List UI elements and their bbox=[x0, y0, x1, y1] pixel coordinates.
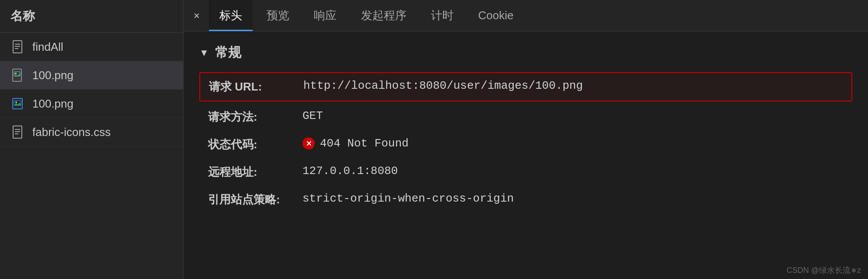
tab-initiator[interactable]: 发起程序 bbox=[351, 0, 417, 31]
sidebar-item-100png-1[interactable]: 100.png bbox=[0, 61, 183, 90]
watermark: CSDN @绿水长流∗z bbox=[787, 265, 861, 276]
remote-address-row: 远程地址: 127.0.0.1:8080 bbox=[199, 158, 852, 186]
section-title: 常规 bbox=[215, 44, 241, 62]
request-url-value: http://localhost:8080/user/images/100.pn… bbox=[303, 79, 583, 92]
status-row: 404 Not Found bbox=[302, 137, 409, 150]
svg-point-6 bbox=[15, 73, 17, 74]
status-code-label: 状态代码: bbox=[208, 137, 295, 152]
svg-rect-10 bbox=[13, 126, 22, 138]
tab-headers[interactable]: 标头 bbox=[209, 0, 253, 31]
sidebar: 名称 findAll bbox=[0, 0, 184, 279]
sidebar-item-findall[interactable]: findAll bbox=[0, 33, 183, 61]
request-method-value: GET bbox=[302, 109, 323, 122]
section-toggle-icon[interactable]: ▼ bbox=[199, 47, 209, 59]
tab-cookies[interactable]: Cookie bbox=[468, 0, 524, 31]
referrer-policy-value: strict-origin-when-cross-origin bbox=[302, 192, 514, 205]
file-icon-100png-2 bbox=[10, 96, 26, 112]
sidebar-item-100png-2[interactable]: 100.png bbox=[0, 90, 183, 118]
tab-bar: × 标头 预览 响应 发起程序 计时 Cookie bbox=[184, 0, 868, 31]
tab-timing[interactable]: 计时 bbox=[420, 0, 464, 31]
content-area: ▼ 常规 请求 URL: http://localhost:8080/user/… bbox=[184, 31, 868, 279]
remote-address-value: 127.0.0.1:8080 bbox=[302, 164, 398, 178]
svg-point-9 bbox=[15, 101, 17, 103]
file-icon-findall bbox=[10, 39, 26, 55]
main-container: 名称 findAll bbox=[0, 0, 868, 279]
referrer-policy-label: 引用站点策略: bbox=[208, 192, 295, 207]
section-header: ▼ 常规 bbox=[199, 44, 852, 62]
close-button[interactable]: × bbox=[188, 7, 205, 24]
file-icon-100png-1 bbox=[10, 67, 26, 83]
sidebar-item-label-100png-2: 100.png bbox=[32, 97, 73, 111]
request-url-row: 请求 URL: http://localhost:8080/user/image… bbox=[199, 72, 852, 101]
request-url-label: 请求 URL: bbox=[209, 79, 296, 94]
referrer-policy-row: 引用站点策略: strict-origin-when-cross-origin bbox=[199, 186, 852, 213]
svg-rect-0 bbox=[13, 41, 22, 53]
tab-response[interactable]: 响应 bbox=[303, 0, 347, 31]
sidebar-item-label-fabric-icons: fabric-icons.css bbox=[32, 126, 111, 139]
file-icon-fabric-icons bbox=[10, 124, 26, 140]
request-method-label: 请求方法: bbox=[208, 109, 295, 125]
tab-preview[interactable]: 预览 bbox=[256, 0, 300, 31]
sidebar-item-label-findall: findAll bbox=[32, 40, 63, 54]
sidebar-item-label-100png-1: 100.png bbox=[32, 69, 73, 82]
status-code-value: 404 Not Found bbox=[320, 137, 409, 150]
sidebar-header: 名称 bbox=[0, 0, 183, 33]
remote-address-label: 远程地址: bbox=[208, 164, 295, 180]
right-panel: × 标头 预览 响应 发起程序 计时 Cookie ▼ bbox=[184, 0, 868, 279]
sidebar-item-fabric-icons[interactable]: fabric-icons.css bbox=[0, 118, 183, 146]
request-method-row: 请求方法: GET bbox=[199, 103, 852, 131]
status-error-icon bbox=[302, 137, 315, 150]
status-code-row: 状态代码: 404 Not Found bbox=[199, 131, 852, 158]
